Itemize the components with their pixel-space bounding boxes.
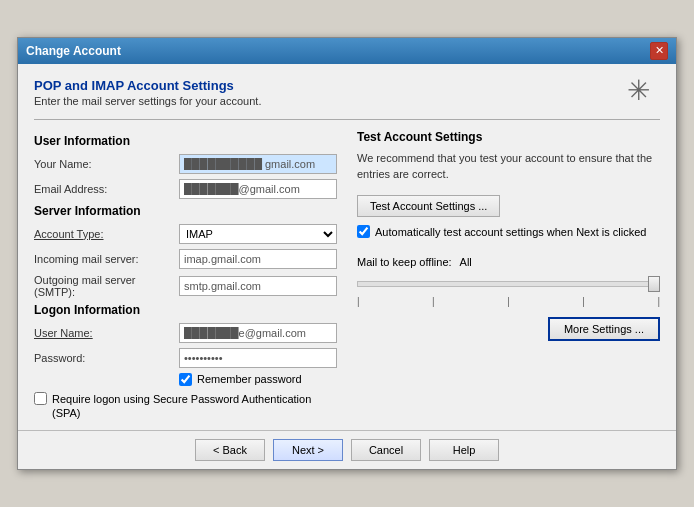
header-text: POP and IMAP Account Settings Enter the … (34, 78, 261, 107)
incoming-input[interactable] (179, 249, 337, 269)
your-name-input[interactable] (179, 154, 337, 174)
auto-test-label[interactable]: Automatically test account settings when… (375, 225, 646, 240)
mail-offline-value: All (460, 256, 472, 268)
cancel-button[interactable]: Cancel (351, 439, 421, 461)
test-description: We recommend that you test your account … (357, 150, 660, 183)
two-col-layout: User Information Your Name: Email Addres… (34, 130, 660, 421)
email-input[interactable] (179, 179, 337, 199)
help-button[interactable]: Help (429, 439, 499, 461)
main-window: Change Account ✕ POP and IMAP Account Se… (17, 37, 677, 471)
logon-info-title: Logon Information (34, 303, 337, 317)
content-area: POP and IMAP Account Settings Enter the … (18, 64, 676, 431)
remember-password-row: Remember password (179, 373, 337, 386)
remember-password-label[interactable]: Remember password (197, 373, 302, 385)
auto-test-row: Automatically test account settings when… (357, 225, 660, 240)
slider-thumb[interactable] (648, 276, 660, 292)
account-type-row: Account Type: IMAP (34, 224, 337, 244)
your-name-row: Your Name: (34, 154, 337, 174)
spa-label[interactable]: Require logon using Secure Password Auth… (52, 392, 337, 421)
test-section-title: Test Account Settings (357, 130, 660, 144)
left-column: User Information Your Name: Email Addres… (34, 130, 337, 421)
your-name-label: Your Name: (34, 158, 179, 170)
next-button[interactable]: Next > (273, 439, 343, 461)
auto-test-checkbox[interactable] (357, 225, 370, 238)
test-account-button[interactable]: Test Account Settings ... (357, 195, 500, 217)
mail-offline-section: Mail to keep offline: All | | | | | (357, 256, 660, 307)
header-divider (34, 119, 660, 120)
user-info-title: User Information (34, 134, 337, 148)
outgoing-label: Outgoing mail server (SMTP): (34, 274, 179, 298)
mail-offline-label: Mail to keep offline: (357, 256, 452, 268)
spa-row: Require logon using Secure Password Auth… (34, 392, 337, 421)
header-title: POP and IMAP Account Settings (34, 78, 261, 93)
close-button[interactable]: ✕ (650, 42, 668, 60)
slider-labels: | | | | | (357, 296, 660, 307)
server-info-title: Server Information (34, 204, 337, 218)
email-row: Email Address: (34, 179, 337, 199)
password-row: Password: (34, 348, 337, 368)
spa-checkbox[interactable] (34, 392, 47, 405)
incoming-label: Incoming mail server: (34, 253, 179, 265)
password-input[interactable] (179, 348, 337, 368)
right-column: Test Account Settings We recommend that … (357, 130, 660, 421)
incoming-row: Incoming mail server: (34, 249, 337, 269)
header-subtitle: Enter the mail server settings for your … (34, 95, 261, 107)
username-label: User Name: (34, 327, 179, 339)
star-icon: ✳ (627, 74, 650, 107)
password-label: Password: (34, 352, 179, 364)
outgoing-row: Outgoing mail server (SMTP): (34, 274, 337, 298)
back-button[interactable]: < Back (195, 439, 265, 461)
email-label: Email Address: (34, 183, 179, 195)
title-bar: Change Account ✕ (18, 38, 676, 64)
footer: < Back Next > Cancel Help (18, 430, 676, 469)
header-section: POP and IMAP Account Settings Enter the … (34, 78, 660, 107)
remember-password-checkbox[interactable] (179, 373, 192, 386)
window-title: Change Account (26, 44, 121, 58)
username-row: User Name: (34, 323, 337, 343)
username-input[interactable] (179, 323, 337, 343)
account-type-select[interactable]: IMAP (179, 224, 337, 244)
more-settings-button[interactable]: More Settings ... (548, 317, 660, 341)
account-type-label: Account Type: (34, 228, 179, 240)
outgoing-input[interactable] (179, 276, 337, 296)
